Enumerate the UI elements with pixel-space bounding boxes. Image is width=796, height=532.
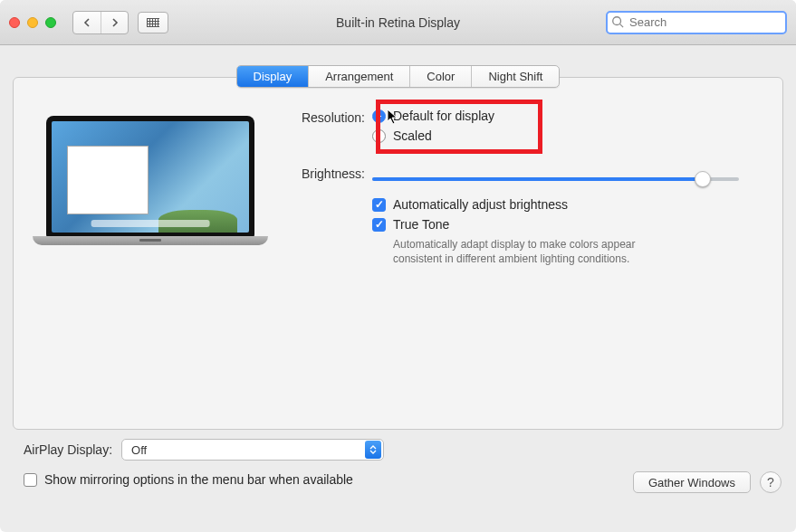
nav-history-buttons [72, 11, 129, 34]
search-input[interactable] [606, 11, 787, 34]
zoom-window-button[interactable] [45, 17, 56, 28]
resolution-default-option[interactable]: Default for display [372, 109, 757, 123]
checkbox-icon [372, 218, 386, 232]
gather-windows-button[interactable]: Gather Windows [633, 471, 751, 493]
mirroring-label: Show mirroring options in the menu bar w… [44, 472, 353, 487]
true-tone-description: Automatically adapt display to make colo… [393, 237, 665, 266]
svg-line-1 [620, 24, 624, 27]
checkbox-icon [24, 473, 37, 487]
display-preview-image [46, 116, 254, 252]
brightness-slider-fill [372, 177, 703, 181]
airplay-label: AirPlay Display: [24, 442, 112, 457]
tab-display[interactable]: Display [237, 66, 310, 87]
airplay-select[interactable]: Off [121, 439, 384, 461]
auto-brightness-label: Automatically adjust brightness [393, 197, 568, 212]
show-all-button[interactable] [138, 12, 168, 33]
auto-brightness-checkbox[interactable]: Automatically adjust brightness [372, 197, 739, 212]
segmented-tabs: Display Arrangement Color Night Shift [236, 65, 561, 88]
forward-button[interactable] [101, 12, 128, 33]
tab-night-shift[interactable]: Night Shift [472, 66, 559, 87]
cursor-icon [387, 109, 399, 125]
brightness-label: Brightness: [282, 165, 372, 181]
brightness-slider-thumb[interactable] [695, 171, 711, 187]
resolution-scaled-option[interactable]: Scaled [372, 128, 757, 143]
resolution-scaled-label: Scaled [393, 128, 432, 143]
gather-windows-label: Gather Windows [648, 476, 735, 489]
search-field-wrap [606, 11, 787, 34]
display-settings-panel: Resolution: Default for display Scaled [13, 77, 783, 430]
radio-icon [372, 109, 386, 123]
svg-point-0 [613, 16, 621, 24]
footer-row: Show mirroring options in the menu bar w… [24, 471, 782, 493]
resolution-label: Resolution: [282, 109, 372, 125]
airplay-select-value: Off [131, 443, 147, 457]
resolution-row: Resolution: Default for display Scaled [282, 109, 757, 148]
brightness-slider[interactable] [372, 177, 739, 181]
checkbox-icon [372, 198, 386, 212]
brightness-row: Brightness: Automatically adjust brightn… [282, 165, 757, 266]
back-button[interactable] [73, 12, 101, 33]
titlebar: Built-in Retina Display [0, 0, 796, 45]
traffic-lights [9, 17, 56, 28]
tab-color[interactable]: Color [410, 66, 472, 87]
tab-arrangement[interactable]: Arrangement [309, 66, 410, 87]
help-button[interactable]: ? [760, 471, 782, 493]
bottom-area: AirPlay Display: Off Show mirroring opti… [0, 430, 796, 493]
dropdown-icon [365, 441, 381, 459]
true-tone-checkbox[interactable]: True Tone [372, 217, 739, 232]
mirroring-checkbox[interactable]: Show mirroring options in the menu bar w… [24, 472, 353, 487]
grid-icon [147, 18, 159, 27]
true-tone-label: True Tone [393, 217, 449, 232]
close-window-button[interactable] [9, 17, 20, 28]
help-icon: ? [767, 475, 774, 489]
search-icon [611, 15, 624, 28]
resolution-default-label: Default for display [393, 109, 494, 123]
system-preferences-window: Built-in Retina Display Display Arrangem… [0, 0, 796, 532]
airplay-row: AirPlay Display: Off [24, 439, 782, 461]
settings-column: Resolution: Default for display Scaled [282, 109, 757, 282]
radio-icon [372, 129, 386, 143]
minimize-window-button[interactable] [27, 17, 38, 28]
